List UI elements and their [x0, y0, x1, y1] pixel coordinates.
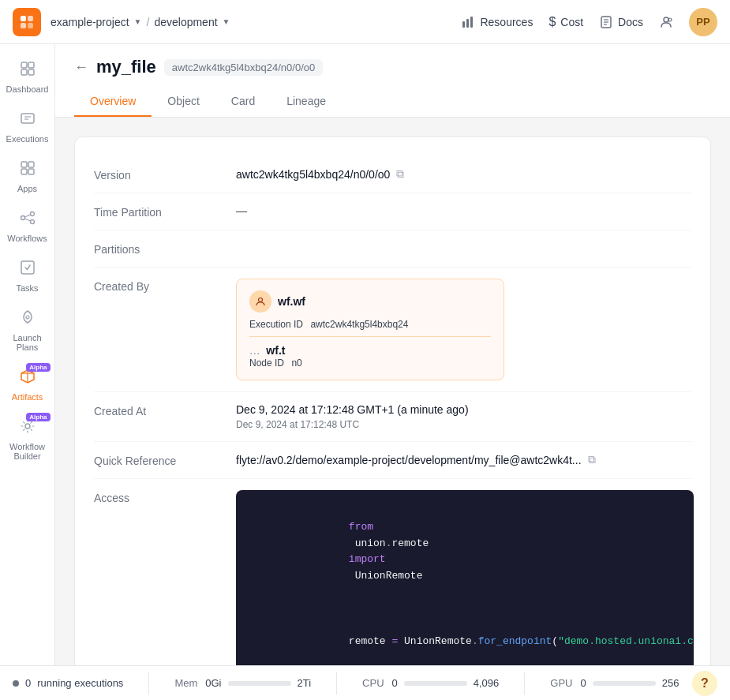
mem-value: 0Gi	[205, 677, 221, 689]
svg-line-27	[24, 215, 30, 217]
access-row: Access from union.remote import UnionRem…	[94, 479, 691, 665]
version-label: Version	[94, 167, 236, 182]
svg-rect-4	[462, 21, 465, 28]
svg-rect-3	[28, 23, 33, 28]
running-count: 0	[25, 677, 31, 689]
svg-rect-22	[21, 169, 27, 174]
svg-point-32	[259, 298, 263, 302]
docs-icon	[599, 15, 613, 29]
access-value: from union.remote import UnionRemote rem…	[236, 490, 694, 665]
executions-icon	[19, 110, 36, 131]
breadcrumb-path: awtc2wk4tkg5l4bxbq24/n0/0/o0	[164, 59, 323, 76]
svg-rect-5	[466, 19, 469, 28]
project-selector[interactable]: example-project ▼ / development ▼	[51, 16, 230, 28]
gpu-resource: GPU 0 256	[537, 677, 691, 689]
admin-nav[interactable]	[659, 15, 673, 29]
svg-rect-0	[21, 16, 26, 21]
version-value: awtc2wk4tkg5l4bxbq24/n0/0/o0 ⧉	[236, 167, 691, 181]
artifacts-label: Artifacts	[12, 392, 43, 402]
env-dropdown-icon: ▼	[223, 17, 230, 26]
quick-ref-value: flyte://av0.2/demo/example-project/devel…	[236, 453, 691, 466]
node-id-label: Node ID	[249, 357, 284, 369]
tab-overview[interactable]: Overview	[74, 87, 152, 117]
cost-label: Cost	[560, 16, 583, 28]
env-name[interactable]: development	[154, 16, 217, 28]
node-id-value: n0	[291, 357, 301, 369]
sidebar: Dashboard Executions Apps	[0, 44, 55, 665]
page-title: my_file	[96, 57, 156, 77]
gpu-max: 256	[662, 677, 679, 689]
svg-point-31	[25, 424, 30, 429]
mem-progress-wrap	[228, 681, 291, 686]
user-avatar[interactable]: PP	[689, 8, 717, 36]
version-row: Version awtc2wk4tkg5l4bxbq24/n0/0/o0 ⧉	[94, 156, 691, 193]
svg-rect-2	[21, 23, 26, 28]
svg-line-28	[24, 219, 30, 221]
apps-label: Apps	[17, 184, 37, 193]
creator-icon	[249, 290, 271, 313]
gpu-progress-wrap	[593, 681, 656, 686]
created-by-row: Created By wf.wf	[94, 268, 691, 392]
execution-id-value: awtc2wk4tkg5l4bxbq24	[310, 319, 408, 330]
workflow-builder-alpha-badge: Alpha	[26, 413, 50, 421]
code-line-0: from union.remote import UnionRemote	[250, 503, 679, 601]
docs-label: Docs	[618, 16, 643, 28]
svg-point-24	[21, 216, 24, 220]
tab-lineage[interactable]: Lineage	[271, 87, 342, 117]
cpu-label: CPU	[362, 677, 384, 689]
svg-point-25	[30, 212, 34, 216]
created-at-main: Dec 9, 2024 at 17:12:48 GMT+1 (a minute …	[236, 403, 691, 416]
divider-2	[336, 672, 337, 694]
cpu-resource: CPU 0 4,096	[350, 677, 511, 689]
sidebar-item-tasks[interactable]: Tasks	[3, 253, 52, 299]
workflows-label: Workflows	[7, 234, 47, 243]
sidebar-item-artifacts[interactable]: Alpha Artifacts	[3, 361, 52, 408]
status-bar: 0 running executions Mem 0Gi 2Ti CPU 0 4…	[0, 665, 730, 700]
help-button[interactable]: ?	[692, 671, 717, 696]
creator-header: wf.wf	[249, 290, 491, 313]
sidebar-item-workflow-builder[interactable]: Alpha Workflow Builder	[3, 411, 52, 467]
executions-label: Executions	[6, 134, 49, 144]
tab-card[interactable]: Card	[215, 87, 271, 117]
node-dots: ...	[249, 343, 260, 357]
launch-plans-label: Launch Plans	[8, 333, 47, 352]
code-line-blank	[250, 601, 679, 618]
sidebar-item-dashboard[interactable]: Dashboard	[3, 54, 52, 100]
dashboard-icon	[19, 60, 36, 81]
sidebar-item-executions[interactable]: Executions	[3, 103, 52, 150]
detail-card: Version awtc2wk4tkg5l4bxbq24/n0/0/o0 ⧉ T…	[74, 137, 711, 665]
sidebar-item-launch-plans[interactable]: Launch Plans	[3, 302, 52, 358]
sidebar-item-apps[interactable]: Apps	[3, 153, 52, 200]
tasks-icon	[19, 259, 36, 280]
quick-ref-copy-icon[interactable]: ⧉	[588, 453, 596, 466]
created-at-utc: Dec 9, 2024 at 17:12:48 UTC	[236, 419, 691, 430]
logo[interactable]	[13, 8, 41, 36]
svg-rect-17	[21, 114, 34, 123]
svg-rect-1	[28, 16, 33, 21]
project-name[interactable]: example-project	[51, 16, 129, 28]
code-block: from union.remote import UnionRemote rem…	[236, 490, 694, 665]
divider-1	[148, 672, 149, 694]
version-text: awtc2wk4tkg5l4bxbq24/n0/0/o0	[236, 168, 390, 181]
artifacts-alpha-badge: Alpha	[26, 363, 50, 372]
gpu-value: 0	[580, 677, 586, 689]
cpu-max: 4,096	[474, 677, 500, 689]
quick-ref-row: Quick Reference flyte://av0.2/demo/examp…	[94, 442, 691, 479]
quick-ref-label: Quick Reference	[94, 453, 236, 467]
svg-rect-15	[21, 69, 27, 75]
apps-icon	[19, 159, 36, 181]
version-copy-icon[interactable]: ⧉	[396, 167, 404, 181]
docs-nav[interactable]: Docs	[599, 15, 643, 29]
sidebar-item-workflows[interactable]: Workflows	[3, 203, 52, 249]
back-button[interactable]: ←	[74, 59, 88, 76]
node-name: wf.t	[266, 344, 285, 357]
resources-nav[interactable]: Resources	[461, 15, 533, 29]
tab-object[interactable]: Object	[152, 87, 215, 117]
cost-nav[interactable]: $ Cost	[548, 15, 583, 29]
project-dropdown-icon: ▼	[134, 17, 142, 26]
running-executions: 0 running executions	[13, 677, 136, 689]
workflows-icon	[19, 209, 36, 230]
admin-icon	[659, 15, 673, 29]
svg-rect-23	[28, 169, 34, 174]
resources-icon	[461, 15, 475, 29]
